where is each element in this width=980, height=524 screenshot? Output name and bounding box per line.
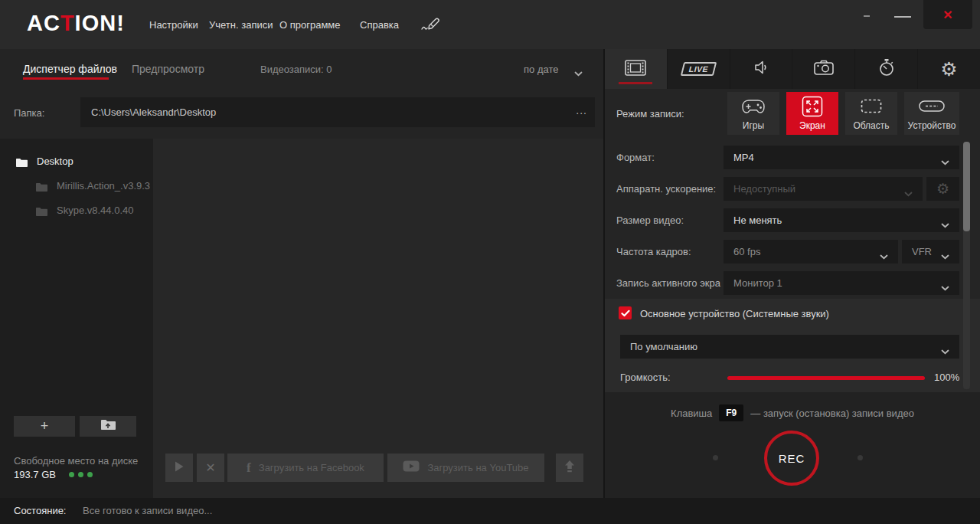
free-space-value: 193.7 GB <box>14 469 56 480</box>
delete-button[interactable]: ✕ <box>197 454 224 482</box>
menu-accounts[interactable]: Учетн. записи <box>209 19 273 31</box>
chevron-down-icon <box>941 344 949 358</box>
expand-arrows-icon <box>802 92 823 120</box>
chevron-down-icon <box>904 186 913 200</box>
folder-path-input[interactable]: C:\Users\Aleksandr\Desktop ... <box>80 97 595 127</box>
menu-help[interactable]: Справка <box>360 19 399 31</box>
browse-button[interactable]: ... <box>576 97 587 124</box>
upload-facebook-button[interactable]: f Загрузить на Facebook <box>227 454 384 482</box>
stopwatch-icon <box>878 58 895 80</box>
folder-upload-icon <box>100 419 116 434</box>
monitor-dropdown[interactable]: Монитор 1 <box>724 271 959 295</box>
video-size-value: Не менять <box>733 208 782 232</box>
live-icon: LIVE <box>680 62 717 76</box>
sort-by-dropdown[interactable]: по дате <box>524 64 558 75</box>
tree-item-desktop[interactable]: Desktop <box>15 156 145 172</box>
menu-about[interactable]: О программе <box>279 19 341 31</box>
upload-icon <box>564 460 576 476</box>
hw-accel-dropdown[interactable]: Недоступный <box>724 177 923 201</box>
framerate-dropdown[interactable]: 60 fps <box>724 240 898 264</box>
free-space-label: Свободное место на диске <box>14 455 138 467</box>
tray-minimize-icon[interactable] <box>864 15 870 17</box>
status-bar: Состояние: Все готово к записи видео... <box>0 498 980 524</box>
logo-part-red: T <box>60 10 75 35</box>
mode-device-button[interactable]: Устройство <box>904 92 959 135</box>
tab-audio[interactable] <box>730 49 792 89</box>
tab-screenshots[interactable] <box>792 49 854 89</box>
tree-item-label: Skype.v8.44.0.40 <box>57 205 133 216</box>
pen-tool-icon[interactable] <box>420 14 443 37</box>
framerate-mode-dropdown[interactable]: VFR <box>902 240 959 264</box>
speaker-icon <box>753 59 769 79</box>
framerate-label: Частота кадров: <box>616 246 691 257</box>
tab-preview[interactable]: Предпросмотр <box>132 63 204 75</box>
record-button[interactable]: REC <box>764 431 819 486</box>
file-panel-header: Диспетчер файлов Предпросмотр Видеозапис… <box>0 49 603 139</box>
import-folder-button[interactable] <box>80 416 136 437</box>
film-strip-icon <box>625 60 646 79</box>
play-icon <box>174 460 185 476</box>
folder-icon <box>15 157 28 171</box>
export-button[interactable] <box>556 454 583 482</box>
format-label: Формат: <box>616 152 655 163</box>
scrollbar-track[interactable] <box>963 142 970 389</box>
monitor-value: Монитор 1 <box>733 271 782 295</box>
upload-facebook-label: Загрузить на Facebook <box>259 462 364 473</box>
menu-settings[interactable]: Настройки <box>149 19 198 31</box>
hotkey-hint: Клавиша F9 — запуск (остановка) записи в… <box>605 404 980 421</box>
upload-youtube-button[interactable]: Загрузить на YouTube <box>387 454 544 482</box>
volume-percent: 100% <box>934 372 959 383</box>
app-logo: ACTION! <box>27 10 125 36</box>
folder-tree-panel: Desktop Mirillis.Action_.v3.9.3 Skype.v8… <box>0 139 153 498</box>
youtube-icon <box>403 460 420 475</box>
tab-benchmark[interactable] <box>854 49 917 89</box>
recording-settings-panel: LIVE ⚙ Режим записи: <box>605 49 980 498</box>
volume-slider[interactable] <box>727 376 925 380</box>
mode-region-button[interactable]: Область <box>845 92 897 135</box>
hw-accel-value: Недоступный <box>733 177 795 201</box>
settings-tab-bar: LIVE ⚙ <box>605 49 980 89</box>
tab-file-manager[interactable]: Диспетчер файлов <box>23 63 117 75</box>
page-indicator-dot <box>858 455 863 460</box>
hotkey-keycap: F9 <box>719 404 743 421</box>
page-indicator-dot <box>713 455 718 460</box>
system-audio-label: Основное устройство (Системные звуки) <box>640 308 829 319</box>
mode-games-button[interactable]: Игры <box>727 92 779 135</box>
mode-label: Экран <box>799 120 825 131</box>
chevron-down-icon <box>880 249 888 263</box>
minimize-button[interactable] <box>894 16 911 18</box>
disk-status-dot <box>69 472 74 477</box>
dashed-region-icon <box>861 92 882 120</box>
format-value: MP4 <box>733 146 754 169</box>
video-size-label: Размер видео: <box>616 215 684 226</box>
video-size-dropdown[interactable]: Не менять <box>724 208 959 232</box>
plus-icon: + <box>41 418 49 434</box>
gamepad-icon <box>741 92 766 120</box>
tree-item-skype[interactable]: Skype.v8.44.0.40 <box>35 205 153 221</box>
chevron-down-icon[interactable] <box>574 66 583 80</box>
tab-settings[interactable]: ⚙ <box>917 49 980 89</box>
system-audio-checkbox[interactable] <box>619 306 632 319</box>
file-list-area: ✕ f Загрузить на Facebook Загрузить на Y… <box>153 139 603 498</box>
tab-video-recording[interactable] <box>605 49 667 89</box>
gear-icon: ⚙ <box>940 60 957 79</box>
tab-live-streaming[interactable]: LIVE <box>667 49 730 89</box>
audio-device-dropdown[interactable]: По умолчанию <box>620 335 959 359</box>
folder-icon <box>35 206 47 220</box>
logo-part: ION! <box>75 10 125 35</box>
close-button[interactable]: ✕ <box>923 0 972 29</box>
hw-accel-settings-button[interactable]: ⚙ <box>926 177 959 201</box>
hw-accel-label: Аппаратн. ускорение: <box>616 183 716 195</box>
title-bar: ACTION! Настройки Учетн. записи О програ… <box>0 0 980 50</box>
format-dropdown[interactable]: MP4 <box>724 146 959 169</box>
active-tab-underline <box>23 77 109 80</box>
folder-icon <box>35 182 47 195</box>
mode-screen-button[interactable]: Экран <box>786 92 838 135</box>
play-button[interactable] <box>165 454 193 482</box>
chevron-down-icon <box>941 218 949 231</box>
tree-item-mirillis[interactable]: Mirillis.Action_.v3.9.3 <box>35 180 153 197</box>
scrollbar-thumb[interactable] <box>963 142 970 231</box>
add-folder-button[interactable]: + <box>14 416 75 437</box>
logo-part: AC <box>27 10 60 35</box>
record-section: Клавиша F9 — запуск (остановка) записи в… <box>605 392 980 498</box>
